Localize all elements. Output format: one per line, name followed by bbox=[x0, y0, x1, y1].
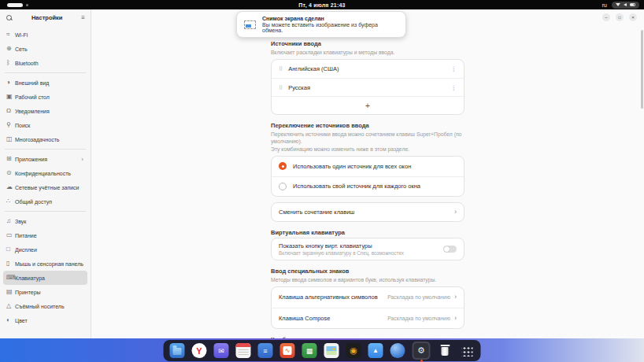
minimize-button[interactable] bbox=[602, 13, 610, 21]
alt-chars-key-label: Клавиша альтернативных символов bbox=[279, 294, 378, 301]
sidebar-item-apps[interactable]: Приложения bbox=[3, 152, 87, 166]
calendar-icon[interactable] bbox=[236, 343, 251, 358]
sidebar-item-network[interactable]: Сеть bbox=[3, 42, 87, 56]
kebab-menu-icon[interactable] bbox=[451, 84, 457, 91]
radio-unselected-icon[interactable] bbox=[279, 183, 287, 190]
sidebar-item-keyboard[interactable]: Клавиатура bbox=[3, 271, 87, 285]
notification-popup[interactable]: Снимок экрана сделан Вы можете вставить … bbox=[236, 11, 406, 38]
app-grid-icon[interactable] bbox=[460, 343, 475, 358]
section-heading-input-sources: Источники ввода bbox=[271, 40, 464, 47]
text-document-icon[interactable] bbox=[258, 343, 273, 358]
hamburger-menu-icon[interactable]: ≡ bbox=[81, 15, 85, 21]
sidebar-item-printers[interactable]: Принтеры bbox=[3, 285, 87, 299]
power-icon bbox=[6, 232, 15, 238]
keyboard-icon bbox=[6, 275, 15, 281]
online-accounts-icon bbox=[6, 184, 15, 190]
radio-option-label: Использовать свой источник для каждого о… bbox=[293, 183, 420, 190]
trash-icon[interactable] bbox=[438, 343, 453, 358]
sidebar-item-sound[interactable]: Звук bbox=[3, 214, 87, 228]
sidebar-item-removable-media[interactable]: Съёмный носитель bbox=[3, 299, 87, 313]
sidebar-item-search[interactable]: Поиск bbox=[3, 118, 87, 132]
sidebar-item-online-accounts[interactable]: Сетевые учётные записи bbox=[3, 180, 87, 194]
virtual-keyboard-card: Показать кнопку вирт. клавиатуры Включае… bbox=[271, 238, 464, 260]
bluetooth-icon bbox=[6, 60, 15, 66]
notification-body: Вы можете вставить изображение из буфера… bbox=[262, 22, 398, 33]
settings-window: Настройки ≡ Wi-Fi Сеть Bluetooth Внешний… bbox=[0, 9, 644, 338]
radio-option-row[interactable]: Использовать один источник для всех окон bbox=[272, 157, 464, 176]
change-shortcut-card: Сменить сочетание клавиш bbox=[271, 202, 464, 222]
yandex-browser-icon[interactable] bbox=[192, 343, 207, 358]
sidebar-item-appearance[interactable]: Внешний вид bbox=[3, 76, 87, 90]
clock[interactable]: Пт, 4 июля 21:43 bbox=[0, 2, 644, 8]
sidebar-separator bbox=[5, 149, 86, 150]
presentation-icon[interactable] bbox=[280, 343, 295, 358]
notification-title: Снимок экрана сделан bbox=[262, 16, 398, 21]
sidebar-item-displays[interactable]: Дисплеи bbox=[3, 242, 87, 257]
virtual-keyboard-row[interactable]: Показать кнопку вирт. клавиатуры Включае… bbox=[272, 238, 464, 260]
sidebar-item-label: Многозадачность bbox=[15, 137, 60, 142]
input-source-row[interactable]: ⠿ Русская bbox=[272, 78, 464, 96]
desktop-icon bbox=[6, 94, 15, 100]
settings-icon[interactable] bbox=[414, 343, 429, 358]
sidebar-item-label: Звук bbox=[15, 219, 26, 224]
app-grid-dots bbox=[461, 345, 472, 356]
scrollbar[interactable] bbox=[641, 30, 643, 109]
help-icon[interactable] bbox=[390, 343, 405, 358]
sidebar-item-mouse[interactable]: Мышь и сенсорная панель bbox=[3, 257, 87, 271]
sidebar-item-multitasking[interactable]: Многозадачность bbox=[3, 132, 87, 146]
drag-handle-icon[interactable]: ⠿ bbox=[279, 85, 283, 90]
virtual-keyboard-toggle[interactable] bbox=[443, 246, 457, 253]
mouse-icon bbox=[6, 260, 15, 267]
restore-button[interactable] bbox=[616, 13, 624, 21]
apps-icon bbox=[6, 156, 15, 162]
add-input-source-button[interactable]: + bbox=[272, 96, 464, 114]
spreadsheet-icon[interactable] bbox=[302, 343, 317, 358]
sidebar-item-label: Wi-Fi bbox=[15, 32, 28, 38]
sidebar-item-label: Общий доступ bbox=[15, 199, 52, 205]
compose-key-value: Раскладка по умолчанию bbox=[387, 316, 450, 321]
window-title: Настройки bbox=[13, 14, 81, 21]
search-icon[interactable] bbox=[6, 14, 13, 21]
close-button[interactable] bbox=[629, 13, 637, 21]
sidebar-item-power[interactable]: Питание bbox=[3, 228, 87, 242]
sidebar-item-label: Приложения bbox=[15, 157, 47, 162]
alt-chars-key-row[interactable]: Клавиша альтернативных символов Раскладк… bbox=[272, 287, 464, 308]
sidebar-item-color[interactable]: Цвет bbox=[3, 313, 87, 327]
switching-options-card: Использовать один источник для всех окон… bbox=[271, 156, 464, 197]
trash-bin-shape bbox=[442, 347, 449, 356]
files-icon[interactable] bbox=[170, 343, 185, 358]
radio-option-label: Использовать один источник для всех окон bbox=[293, 163, 411, 170]
sidebar-item-wifi[interactable]: Wi-Fi bbox=[3, 28, 87, 42]
dock bbox=[164, 340, 481, 361]
drag-handle-icon[interactable]: ⠿ bbox=[279, 66, 283, 72]
sidebar-separator bbox=[5, 211, 86, 212]
sidebar-item-desktop[interactable]: Рабочий стол bbox=[3, 90, 87, 104]
sidebar-item-label: Цвет bbox=[15, 318, 28, 323]
music-player-icon[interactable] bbox=[346, 343, 361, 358]
network-icon bbox=[6, 46, 15, 52]
section-heading-switching: Переключение источников ввода bbox=[271, 122, 464, 129]
input-sources-card: ⠿ Английская (США) ⠿ Русская + bbox=[271, 59, 464, 115]
appearance-icon bbox=[6, 79, 15, 86]
sidebar-header: Настройки ≡ bbox=[0, 9, 91, 26]
sidebar-item-label: Рабочий стол bbox=[15, 94, 50, 100]
sidebar-item-notifications[interactable]: Уведомления bbox=[3, 104, 87, 118]
change-shortcut-row[interactable]: Сменить сочетание клавиш bbox=[272, 203, 464, 221]
sidebar-item-label: Принтеры bbox=[15, 290, 41, 295]
mail-icon[interactable] bbox=[214, 343, 229, 358]
app-center-icon[interactable] bbox=[368, 343, 383, 358]
sidebar-item-label: Клавиатура bbox=[15, 275, 45, 281]
radio-option-row[interactable]: Использовать свой источник для каждого о… bbox=[272, 176, 464, 196]
image-viewer-icon[interactable] bbox=[324, 343, 339, 358]
sidebar-item-sharing[interactable]: Общий доступ bbox=[3, 194, 87, 209]
sidebar-item-label: Сетевые учётные записи bbox=[15, 185, 80, 190]
radio-selected-icon[interactable] bbox=[279, 162, 287, 170]
sidebar-item-privacy[interactable]: Конфиденциальность bbox=[3, 166, 87, 180]
sidebar-item-bluetooth[interactable]: Bluetooth bbox=[3, 56, 87, 70]
sidebar-item-label: Уведомления bbox=[15, 109, 50, 114]
compose-key-row[interactable]: Клавиша Compose Раскладка по умолчанию bbox=[272, 308, 464, 328]
window-controls bbox=[602, 13, 637, 21]
kebab-menu-icon[interactable] bbox=[451, 65, 457, 72]
settings-content: Источники ввода Включает раскладки клави… bbox=[91, 9, 644, 338]
input-source-row[interactable]: ⠿ Английская (США) bbox=[272, 60, 464, 78]
